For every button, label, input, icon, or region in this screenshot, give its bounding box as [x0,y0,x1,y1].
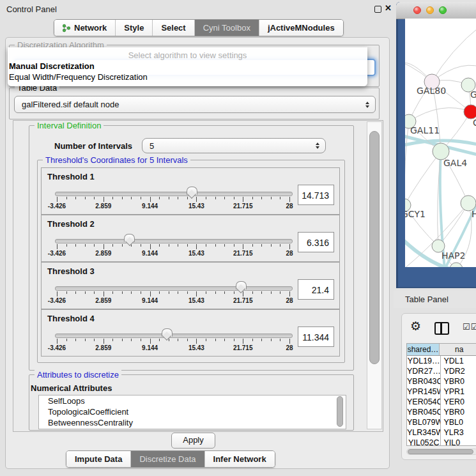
table-cell[interactable]: YLR3 [440,427,476,438]
columns-icon[interactable] [434,322,449,335]
table-row[interactable]: YIL052CYIL0 [407,438,476,445]
table-row[interactable]: YBR043CYBR0 [407,376,476,387]
float-panel-icon[interactable] [374,6,381,13]
table-row[interactable]: YDL19…YDL1 [407,356,476,366]
table-row[interactable]: YPR145WYPR1 [407,387,476,397]
table-cell[interactable]: YIL052C [407,438,440,445]
network-view-window: GAL80GACGAL11GAL4GCY1HHAP2 [396,2,476,288]
algorithm-option-equal-width-frequency-discretization[interactable]: Equal Width/Frequency Discretization [9,72,148,82]
table-row[interactable]: YER054CYER0 [407,397,476,407]
attribute-item-topologicalcoefficient[interactable]: TopologicalCoefficient [39,406,346,417]
traffic-light-minimize-icon[interactable] [426,6,434,14]
tab-jactivemnodules[interactable]: jActiveMNodules [259,20,343,36]
tick-mark [112,291,113,294]
table-cell[interactable]: YIL0 [440,438,476,445]
table-panel: ⚙ ☑☑ shared…na YDL19…YDL1YDR27…YDR2YBR04… [401,313,476,460]
tick-mark [66,339,67,341]
table-column-header-shared[interactable]: shared… [407,344,439,355]
settings-scrollbar-thumb[interactable] [369,131,380,364]
table-row[interactable]: YBL079WYBL0 [407,417,476,427]
table-cell[interactable]: YBL0 [440,417,476,427]
network-graph: GAL80GACGAL11GAL4GCY1HHAP2 [405,19,476,267]
tab-impute-data[interactable]: Impute Data [66,451,131,467]
tick-mark [243,339,243,344]
tick-mark [75,197,76,199]
tab-infer-network[interactable]: Infer Network [205,451,275,467]
table-data-combobox[interactable]: galFiltered.sif default node [14,96,376,113]
table-cell[interactable]: YBL079W [407,417,440,427]
tab-discretize-data[interactable]: Discretize Data [131,451,204,467]
tick-mark [187,197,188,199]
threshold-value-input[interactable]: 21.4 [298,279,334,300]
threshold-value-input[interactable]: 11.344 [298,326,334,347]
tick-mark [280,339,280,341]
table-cell[interactable]: YBR0 [440,376,476,387]
apply-button[interactable]: Apply [171,433,215,449]
table-cell[interactable]: YER0 [440,397,476,407]
slider-thumb[interactable] [187,187,197,195]
table-cell[interactable]: YDL1 [440,356,476,366]
tick-mark [187,291,188,294]
tick-mark [131,339,132,341]
attributes-scrollbar-thumb[interactable] [337,396,343,427]
attribute-item-betweennesscentrality[interactable]: BetweennessCentrality [39,417,346,428]
slider-thumb[interactable] [124,234,135,242]
attribute-item-selfloops[interactable]: SelfLoops [39,395,346,406]
tick-mark [243,291,243,296]
window-title: Control Panel [6,4,57,14]
slider-track[interactable] [55,239,293,243]
threshold-value-input[interactable]: 6.316 [298,232,334,252]
table-cell[interactable]: YDR27… [407,366,440,376]
checkbox-icons[interactable]: ☑☑ [463,322,476,332]
tab-network[interactable]: Network [54,20,116,36]
tick-mark [131,244,132,247]
tab-label: Select [161,23,185,33]
table-cell[interactable]: YPR1 [440,387,476,397]
tick-label: 21.715 [222,250,263,257]
gear-icon[interactable]: ⚙ [410,319,421,334]
slider-thumb[interactable] [162,328,173,337]
table-cell[interactable]: YPR145W [407,387,440,397]
tick-mark [215,291,216,294]
algorithm-option-manual-discretization[interactable]: Manual Discretization [9,61,95,71]
tick-mark [224,291,225,294]
table-cell[interactable]: YDR2 [440,366,476,376]
tick-mark [261,197,262,199]
traffic-light-zoom-icon[interactable] [439,6,447,14]
table-cell[interactable]: YBR045C [407,407,440,417]
tick-mark [57,291,58,296]
network-canvas[interactable]: GAL80GACGAL11GAL4GCY1HHAP2 [405,19,476,267]
slider-track[interactable] [55,286,293,291]
tick-label: 2.859 [83,344,124,351]
table-cell[interactable]: YBR043C [407,376,440,387]
tab-select[interactable]: Select [153,20,194,36]
close-icon[interactable]: ✕ [385,3,392,13]
threshold-label: Threshold 1 [47,172,95,181]
traffic-light-close-icon[interactable] [413,6,421,14]
tick-mark [85,244,86,247]
table-cell[interactable]: YBR0 [440,407,476,417]
table-row[interactable]: YBR045CYBR0 [407,407,476,417]
table-cell[interactable]: YER054C [407,397,440,407]
tick-mark [271,197,272,199]
tick-mark [215,244,216,247]
slider-track[interactable] [55,334,293,338]
slider-track[interactable] [55,192,293,196]
network-node-c[interactable] [464,105,476,119]
tick-mark [104,197,104,202]
table-cell[interactable]: YLR345W [407,427,440,438]
tick-mark [94,291,95,294]
table-panel-title: Table Panel [405,295,449,304]
threshold-value-input[interactable]: 14.713 [298,185,334,205]
table-cell[interactable]: YDL19… [407,356,440,366]
table-row[interactable]: YDR27…YDR2 [407,366,476,376]
table-hscrollbar-thumb[interactable] [408,449,473,454]
tick-mark [243,197,243,202]
tick-mark [122,291,123,294]
table-row[interactable]: YLR345WYLR3 [407,427,476,438]
tab-style[interactable]: Style [116,20,153,36]
tab-cyni-toolbox[interactable]: Cyni Toolbox [195,20,259,36]
table-column-header-na[interactable]: na [439,344,476,355]
slider-thumb[interactable] [236,281,247,289]
number-of-intervals-combobox[interactable]: 5 [142,138,326,153]
